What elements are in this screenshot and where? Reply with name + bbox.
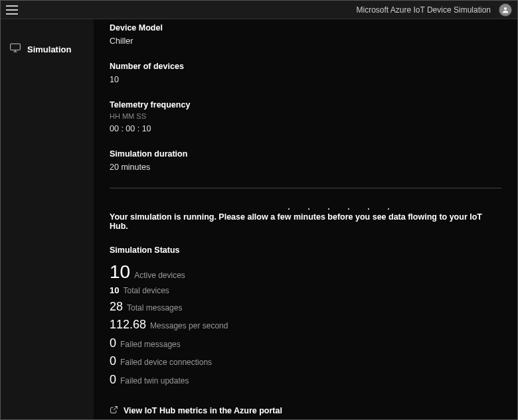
stat-label: Total messages <box>127 303 182 313</box>
stat-value: 0 <box>110 336 116 351</box>
sidebar: Simulation <box>1 19 94 419</box>
stat-total-messages: 28 Total messages <box>110 300 501 315</box>
device-model-label: Device Model <box>110 23 501 33</box>
app-title: Microsoft Azure IoT Device Simulation <box>356 5 491 15</box>
field-duration: Simulation duration 20 minutes <box>110 149 501 172</box>
stat-value: 10 <box>110 285 119 296</box>
svg-rect-1 <box>11 44 21 50</box>
portal-link[interactable]: View IoT Hub metrics in the Azure portal <box>110 405 501 417</box>
sidebar-item-label: Simulation <box>27 44 71 54</box>
stat-active-devices: 10 Active devices <box>110 263 501 281</box>
telemetry-label: Telemetry frequency <box>110 100 501 109</box>
stat-label: Total devices <box>123 286 169 295</box>
device-model-value: Chiller <box>110 36 501 46</box>
num-devices-label: Number of devices <box>110 62 501 71</box>
stat-label: Failed device connections <box>120 358 212 367</box>
duration-label: Simulation duration <box>110 149 501 159</box>
stat-total-devices: 10 Total devices <box>110 285 501 296</box>
telemetry-value: 00 : 00 : 10 <box>110 124 501 133</box>
running-message: Your simulation is running. Please allow… <box>110 212 501 231</box>
stat-value: 28 <box>110 300 123 315</box>
stat-msgs-per-sec: 112.68 Messages per second <box>110 318 501 332</box>
stat-failed-messages: 0 Failed messages <box>110 336 501 351</box>
field-telemetry: Telemetry frequency HH MM SS 00 : 00 : 1… <box>110 100 501 133</box>
telemetry-sublabel: HH MM SS <box>110 112 501 120</box>
stat-value: 0 <box>110 354 116 369</box>
loading-dots <box>110 208 501 210</box>
stat-label: Failed messages <box>120 340 181 349</box>
user-avatar[interactable] <box>499 3 512 17</box>
svg-point-0 <box>504 7 507 10</box>
simulation-icon <box>10 43 21 55</box>
portal-link-text: View IoT Hub metrics in the Azure portal <box>124 406 282 415</box>
main-content: Device Model Chiller Number of devices 1… <box>94 19 517 419</box>
field-device-model: Device Model Chiller <box>110 23 501 46</box>
app-header: Microsoft Azure IoT Device Simulation <box>1 1 517 19</box>
hamburger-menu-icon[interactable] <box>6 5 18 15</box>
stat-value: 0 <box>110 373 116 387</box>
stat-label: Messages per second <box>150 321 228 330</box>
num-devices-value: 10 <box>110 75 501 84</box>
stat-label: Failed twin updates <box>120 376 189 385</box>
sidebar-item-simulation[interactable]: Simulation <box>1 39 94 59</box>
stat-value: 112.68 <box>110 318 146 332</box>
stat-label: Active devices <box>134 271 185 280</box>
status-title: Simulation Status <box>110 245 501 255</box>
stat-value: 10 <box>110 263 130 281</box>
stat-failed-twin: 0 Failed twin updates <box>110 373 501 387</box>
field-num-devices: Number of devices 10 <box>110 62 501 84</box>
external-link-icon <box>110 405 118 417</box>
duration-value: 20 minutes <box>110 163 501 172</box>
stat-failed-connections: 0 Failed device connections <box>110 354 501 369</box>
divider <box>110 188 501 188</box>
